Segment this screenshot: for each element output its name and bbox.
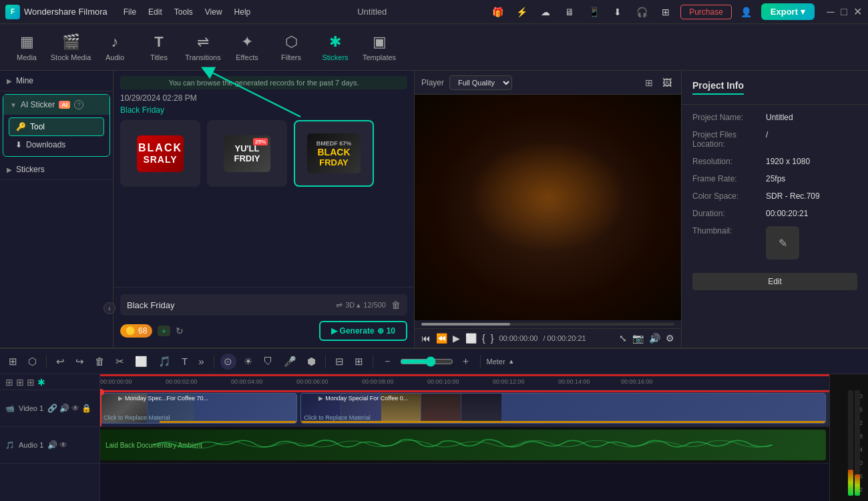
- tl-cut-icon[interactable]: ✂: [112, 354, 128, 370]
- tl-crop-icon[interactable]: ⬜: [132, 354, 151, 370]
- meter-label[interactable]: Meter: [487, 358, 505, 366]
- tl-connect-icon[interactable]: ⬢: [304, 354, 319, 370]
- preview-icon-group: ⊞ 🖼: [642, 76, 674, 89]
- tool-titles[interactable]: T Titles: [138, 26, 180, 69]
- tl-text-icon[interactable]: T: [178, 354, 191, 369]
- generate-input-row: ⇌ 3D ▴ 12/500 🗑: [120, 294, 407, 316]
- plus-badge[interactable]: +: [158, 326, 170, 336]
- tl-select-icon[interactable]: ⬡: [25, 354, 40, 370]
- grid-icon[interactable]: ⊞: [656, 3, 675, 21]
- grid-view-icon[interactable]: ⊞: [642, 76, 656, 89]
- tl-delete-icon[interactable]: 🗑: [91, 354, 108, 369]
- minimize-button[interactable]: ─: [825, 7, 836, 17]
- audio-clip-1[interactable]: Laid Back Documentary Ambient: [100, 430, 826, 460]
- tl-mic-icon[interactable]: 🎤: [280, 354, 300, 370]
- screen-icon[interactable]: 🖥: [560, 3, 579, 21]
- meter-sort-icon[interactable]: ▴: [509, 357, 513, 366]
- edit-button[interactable]: Edit: [692, 273, 857, 290]
- generate-text-input[interactable]: [127, 300, 336, 310]
- headphone-icon[interactable]: 🎧: [632, 3, 651, 21]
- tool-effects[interactable]: ✦ Effects: [226, 26, 268, 69]
- audio-track-eye-icon[interactable]: 👁: [59, 440, 67, 450]
- audio-track-vol-icon[interactable]: 🔊: [47, 440, 57, 450]
- tl-undo-icon[interactable]: ↩: [53, 354, 68, 370]
- delete-icon[interactable]: 🗑: [391, 300, 401, 310]
- tl-audio-icon[interactable]: 🎵: [155, 354, 174, 370]
- menu-edit[interactable]: Edit: [143, 6, 168, 18]
- zoom-slider[interactable]: [400, 356, 453, 367]
- project-info-tab[interactable]: Project Info: [692, 80, 744, 95]
- thumbnail-box[interactable]: ✎: [766, 226, 799, 260]
- video-clip-2[interactable]: ▶ Monday Special For Coffee 0... Click t…: [300, 393, 825, 424]
- menu-tools[interactable]: Tools: [169, 6, 198, 18]
- ai-sticker-header[interactable]: ▼ AI Sticker AI ?: [3, 95, 110, 115]
- close-button[interactable]: ✕: [852, 7, 863, 17]
- purchase-button[interactable]: Purchase: [680, 5, 732, 19]
- add-audio-track-icon[interactable]: ⊞: [16, 377, 24, 388]
- export-button[interactable]: Export ▾: [761, 3, 815, 20]
- rewind-button[interactable]: ⏪: [436, 333, 447, 344]
- track-lock-icon[interactable]: 🔒: [81, 404, 91, 413]
- tool-media[interactable]: ▦ Media: [5, 26, 48, 69]
- cloud-icon[interactable]: ☁: [536, 3, 555, 21]
- sticker-item-1[interactable]: BLACK SRALY: [120, 120, 200, 187]
- refresh-icon[interactable]: ↻: [176, 326, 184, 336]
- help-badge[interactable]: ?: [74, 100, 83, 109]
- tl-redo-icon[interactable]: ↪: [72, 354, 87, 370]
- progress-bar[interactable]: [421, 323, 674, 326]
- tl-detach-icon[interactable]: ⊟: [332, 354, 347, 370]
- settings-btn[interactable]: ⚙: [666, 333, 674, 344]
- tool-item[interactable]: 🔑 Tool: [9, 117, 104, 136]
- stop-button[interactable]: ⬜: [465, 333, 477, 344]
- sticker-item-3[interactable]: BMEDF 67% BLACK FRDAY: [294, 120, 374, 187]
- add-special-icon[interactable]: ✱: [37, 377, 45, 388]
- tl-layout-icon[interactable]: ⊞: [5, 354, 21, 370]
- add-track-icon[interactable]: ⊞: [5, 377, 13, 388]
- tool-transitions[interactable]: ⇌ Transitions: [182, 26, 224, 69]
- mark-out-button[interactable]: }: [491, 333, 494, 344]
- downloads-icon: ⬇: [15, 140, 22, 149]
- menu-file[interactable]: File: [118, 6, 142, 18]
- add-link-icon[interactable]: ⊞: [27, 377, 35, 388]
- track-vol-icon[interactable]: 🔊: [59, 404, 69, 413]
- panel-collapse-btn[interactable]: ‹: [103, 302, 116, 314]
- tl-plus-icon[interactable]: ＋: [457, 353, 474, 370]
- tool-audio[interactable]: ♪ Audio: [93, 26, 136, 69]
- quality-select[interactable]: Full Quality: [449, 75, 512, 90]
- mine-header[interactable]: ▶ Mine: [0, 71, 113, 91]
- tool-filters[interactable]: ⬡ Filters: [270, 26, 312, 69]
- tool-templates[interactable]: ▣ Templates: [358, 26, 401, 69]
- tl-ripple-icon[interactable]: ☀: [240, 354, 256, 370]
- stickers-header[interactable]: ▶ Stickers: [0, 159, 113, 179]
- tl-snap-icon[interactable]: ⊙: [220, 354, 236, 370]
- maximize-button[interactable]: □: [839, 7, 849, 17]
- sticker-item-2[interactable]: 25% YU'LL FRDIY: [207, 120, 287, 187]
- play-button[interactable]: ▶: [453, 333, 460, 344]
- screenshot-btn[interactable]: 📷: [632, 333, 644, 344]
- profile-icon[interactable]: 👤: [737, 3, 756, 21]
- phone-icon[interactable]: 📱: [584, 3, 603, 21]
- menu-view[interactable]: View: [200, 6, 228, 18]
- fullscreen-icon[interactable]: 🖼: [660, 76, 674, 89]
- tl-shield-icon[interactable]: ⛉: [260, 354, 276, 369]
- gift-icon[interactable]: 🎁: [488, 3, 507, 21]
- video-clip-1[interactable]: ▶ Monday Spec...For Coffee 70... Click t…: [100, 393, 297, 424]
- download-icon[interactable]: ⬇: [608, 3, 627, 21]
- downloads-item[interactable]: ⬇ Downloads: [9, 136, 104, 153]
- track-eye-icon[interactable]: 👁: [71, 404, 79, 413]
- menu-help[interactable]: Help: [229, 6, 256, 18]
- track-link-icon[interactable]: 🔗: [47, 404, 57, 413]
- mark-in-button[interactable]: {: [482, 333, 485, 344]
- coin-badge[interactable]: 🟡 68: [120, 324, 152, 338]
- prev-button[interactable]: ⏮: [421, 333, 431, 344]
- full-screen-btn[interactable]: ⤡: [619, 333, 627, 344]
- tool-stock-media[interactable]: 🎬 Stock Media: [49, 26, 92, 69]
- lightning-icon[interactable]: ⚡: [512, 3, 531, 21]
- volume-btn[interactable]: 🔊: [649, 333, 660, 344]
- generate-button[interactable]: ▶ Generate ⊕ 10: [319, 321, 407, 341]
- tool-stickers[interactable]: ✱ Stickers: [314, 26, 357, 69]
- tl-minus-icon[interactable]: －: [379, 353, 396, 370]
- three-d-badge[interactable]: 3D ▴: [345, 301, 361, 310]
- tl-sync-icon[interactable]: ⊞: [351, 354, 367, 370]
- tl-more-icon[interactable]: »: [195, 354, 207, 369]
